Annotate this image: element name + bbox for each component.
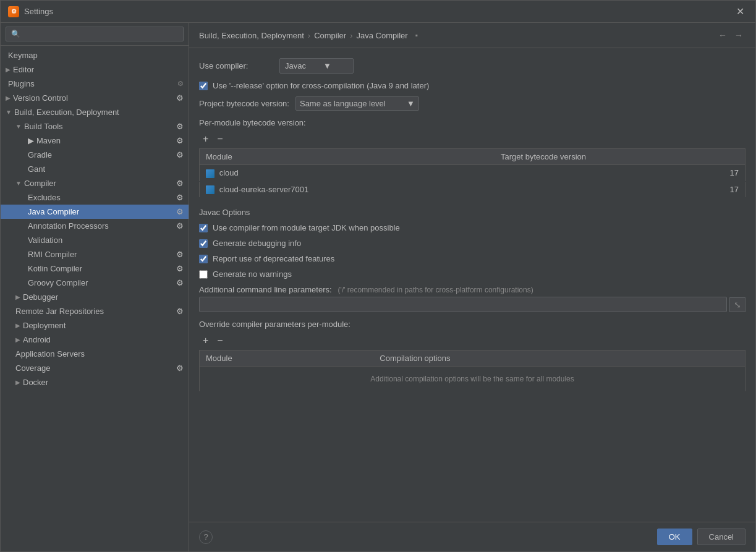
breadcrumb-nav: ← → [716, 29, 745, 41]
sidebar-item-android[interactable]: ▶ Android [1, 333, 189, 347]
content-area: Use compiler: Javac ▼ Use '--release' op… [189, 48, 755, 522]
sidebar-item-plugins[interactable]: Plugins ⚙ [1, 77, 189, 91]
breadcrumb: Build, Execution, Deployment › Compiler … [199, 31, 418, 40]
dialog-body: Keymap ▶ Editor Plugins ⚙ ▶ Version Cont… [1, 23, 755, 551]
bytecode-version-label: Project bytecode version: [199, 99, 289, 108]
sidebar-item-rmi-compiler[interactable]: RMI Compiler ⚙ [1, 247, 189, 261]
gear-icon: ⚙ [176, 122, 184, 131]
add-module-button[interactable]: + [199, 132, 212, 146]
help-button[interactable]: ? [199, 530, 213, 544]
sidebar-item-build-tools[interactable]: ▼ Build Tools ⚙ [1, 119, 189, 134]
sidebar-item-gant[interactable]: Gant [1, 162, 189, 176]
gear-icon: ⚙ [176, 136, 184, 145]
bytecode-version-select[interactable]: Same as language level ▼ [295, 96, 419, 111]
arrow-down-icon: ▼ [15, 180, 22, 187]
gear-icon: ⚙ [176, 207, 184, 216]
javac-option-checkbox-2[interactable] [199, 255, 208, 263]
sidebar-item-docker[interactable]: ▶ Docker [1, 375, 189, 389]
sidebar: Keymap ▶ Editor Plugins ⚙ ▶ Version Cont… [1, 23, 189, 551]
sidebar-item-kotlin-compiler[interactable]: Kotlin Compiler ⚙ [1, 261, 189, 276]
module-col-header: Module [200, 149, 495, 165]
sidebar-item-compiler[interactable]: ▼ Compiler ⚙ [1, 176, 189, 190]
dropdown-arrow-icon: ▼ [407, 99, 415, 108]
arrow-right-icon: ▶ [15, 379, 20, 386]
breadcrumb-bar: Build, Execution, Deployment › Compiler … [189, 23, 755, 48]
dialog-title: Settings [24, 7, 53, 16]
nav-forward-button[interactable]: → [732, 29, 745, 41]
main-content: Build, Execution, Deployment › Compiler … [189, 23, 755, 551]
sidebar-item-deployment[interactable]: ▶ Deployment [1, 318, 189, 333]
override-module-col-header: Module [200, 350, 374, 367]
javac-option-checkbox-1[interactable] [199, 239, 208, 248]
arrow-right-icon: ▶ [28, 136, 34, 145]
module-name-cell: cloud-eureka-server7001 [200, 181, 495, 198]
sidebar-item-build-execution-deployment[interactable]: ▼ Build, Execution, Deployment [1, 105, 189, 119]
breadcrumb-separator-1: › [308, 31, 310, 40]
sidebar-item-gradle[interactable]: Gradle ⚙ [1, 148, 189, 162]
settings-dialog: ⚙ Settings ✕ Keymap ▶ Editor [0, 0, 756, 552]
override-compiler-table: Module Compilation options Additional co… [199, 350, 745, 392]
sidebar-tree: Keymap ▶ Editor Plugins ⚙ ▶ Version Cont… [1, 46, 189, 551]
bytecode-version-cell: 17 [495, 181, 745, 198]
breadcrumb-separator-2: › [350, 31, 352, 40]
javac-option-row-0: Use compiler from module target JDK when… [199, 223, 745, 232]
module-icon [206, 169, 214, 178]
remove-module-button[interactable]: − [213, 132, 226, 146]
sidebar-item-application-servers[interactable]: Application Servers [1, 347, 189, 361]
sidebar-item-keymap[interactable]: Keymap [1, 48, 189, 62]
module-bytecode-table: Module Target bytecode version cloud 17 [199, 148, 745, 198]
table-row[interactable]: cloud-eureka-server7001 17 [200, 181, 745, 198]
arrow-down-icon: ▼ [15, 123, 22, 130]
arrow-right-icon: ▶ [15, 336, 20, 343]
breadcrumb-item-1: Build, Execution, Deployment [199, 31, 304, 40]
sidebar-item-editor[interactable]: ▶ Editor [1, 62, 189, 77]
sidebar-item-groovy-compiler[interactable]: Groovy Compiler ⚙ [1, 276, 189, 290]
gear-icon: ⚙ [177, 80, 184, 88]
gear-icon: ⚙ [176, 264, 184, 273]
expand-input-button[interactable]: ⤡ [729, 297, 745, 312]
arrow-right-icon: ▶ [6, 66, 11, 73]
sidebar-item-debugger[interactable]: ▶ Debugger [1, 290, 189, 304]
arrow-right-icon: ▶ [6, 95, 11, 101]
javac-option-checkbox-0[interactable] [199, 224, 208, 232]
search-input[interactable] [6, 27, 184, 41]
additional-params-hint: ('/' recommended in paths for cross-plat… [338, 286, 533, 294]
sidebar-item-java-compiler[interactable]: Java Compiler ⚙ [1, 205, 189, 219]
per-module-label: Per-module bytecode version: [199, 118, 745, 127]
settings-icon: ▪ [415, 31, 418, 40]
gear-icon: ⚙ [176, 278, 184, 287]
additional-params-row: Additional command line parameters: ('/'… [199, 285, 745, 294]
sidebar-item-remote-jar-repositories[interactable]: Remote Jar Repositories ⚙ [1, 304, 189, 318]
close-button[interactable]: ✕ [733, 4, 748, 19]
javac-options-title: Javac Options [199, 208, 745, 217]
table-row[interactable]: cloud 17 [200, 165, 745, 182]
release-option-checkbox[interactable] [199, 82, 208, 90]
add-override-button[interactable]: + [199, 334, 212, 347]
nav-back-button[interactable]: ← [716, 29, 729, 41]
remove-override-button[interactable]: − [213, 334, 226, 347]
override-table-toolbar: + − [199, 334, 745, 347]
sidebar-item-version-control[interactable]: ▶ Version Control ⚙ [1, 91, 189, 105]
ok-button[interactable]: OK [657, 529, 692, 545]
sidebar-item-maven[interactable]: ▶ Maven ⚙ [1, 134, 189, 148]
javac-option-row-1: Generate debugging info [199, 239, 745, 248]
sidebar-item-excludes[interactable]: Excludes ⚙ [1, 190, 189, 205]
title-bar: ⚙ Settings ✕ [1, 1, 755, 23]
gear-icon: ⚙ [176, 179, 184, 188]
compiler-select[interactable]: Javac ▼ [279, 58, 354, 74]
javac-option-row-3: Generate no warnings [199, 270, 745, 279]
breadcrumb-item-2: Compiler [314, 31, 346, 40]
cancel-button[interactable]: Cancel [697, 529, 745, 545]
dropdown-arrow-icon: ▼ [323, 61, 331, 70]
gear-icon: ⚙ [176, 150, 184, 159]
additional-params-input[interactable] [199, 297, 727, 312]
javac-option-checkbox-3[interactable] [199, 270, 208, 279]
sidebar-item-validation[interactable]: Validation [1, 233, 189, 247]
bytecode-version-cell: 17 [495, 165, 745, 182]
gear-icon: ⚙ [176, 363, 184, 373]
override-hint-cell: Additional compilation options will be t… [200, 367, 745, 392]
sidebar-item-coverage[interactable]: Coverage ⚙ [1, 361, 189, 375]
title-bar-left: ⚙ Settings [8, 6, 53, 17]
sidebar-item-annotation-processors[interactable]: Annotation Processors ⚙ [1, 219, 189, 233]
use-compiler-label: Use compiler: [199, 61, 273, 70]
